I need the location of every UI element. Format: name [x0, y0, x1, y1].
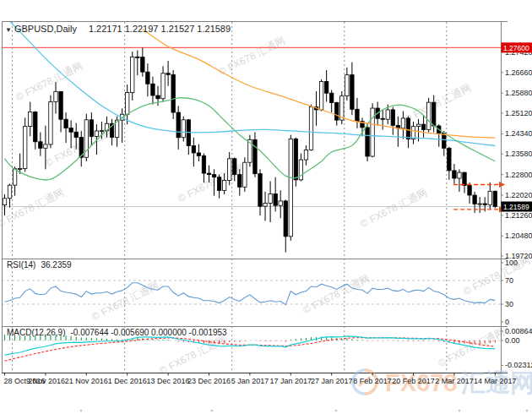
chart-canvas[interactable]: © FX678 汇通网© FX678 汇通网© FX678 汇通网© FX678… — [0, 0, 532, 414]
candle — [131, 57, 134, 92]
candle — [8, 185, 11, 199]
footer-dot — [211, 410, 214, 412]
trend-arrow-head — [499, 182, 505, 188]
candle — [3, 199, 6, 205]
candle — [233, 159, 236, 175]
candle — [212, 175, 215, 177]
candle — [483, 204, 486, 204]
candle — [335, 102, 339, 120]
candle — [478, 204, 481, 204]
watermark: © FX678 汇通网 — [14, 59, 84, 103]
price-axis-label: 1.21260 — [505, 211, 532, 220]
candle — [49, 102, 52, 144]
candle — [345, 75, 349, 96]
time-axis-label: 9 Nov 2016 — [26, 377, 65, 385]
candle — [391, 110, 394, 125]
macd-values: -0.007644 -0.005690 0.000000 -0.001953 — [70, 328, 226, 337]
candle — [176, 112, 180, 138]
symbol-timeframe-label[interactable]: GBPUSD,Daily — [14, 24, 77, 34]
candle — [381, 118, 384, 119]
candle — [493, 191, 497, 206]
candle — [54, 91, 57, 101]
candle — [156, 95, 160, 99]
candle — [34, 112, 37, 141]
rsi-line — [5, 283, 496, 305]
price-axis[interactable]: 1.274201.266601.258801.251201.243401.235… — [501, 42, 532, 369]
candle — [299, 160, 302, 180]
candle — [304, 150, 307, 160]
price-axis-label: 1.25880 — [505, 89, 532, 97]
price-axis-label: 1.25120 — [505, 109, 532, 117]
time-axis-label: 5 Jan 2017 — [231, 377, 269, 385]
candle — [432, 102, 436, 126]
candle — [289, 139, 292, 236]
candle — [207, 173, 210, 175]
watermark: © FX678 汇通网 — [301, 272, 372, 316]
candle — [284, 201, 287, 237]
candle — [13, 169, 16, 185]
footer-dot — [80, 410, 83, 412]
symbol-dropdown-icon[interactable]: ▼ — [5, 26, 12, 34]
candle — [426, 102, 430, 129]
candle — [141, 57, 144, 73]
candle — [453, 171, 456, 178]
time-axis-label: 20 Feb 2017 — [392, 377, 435, 385]
candle — [222, 180, 225, 190]
candle — [151, 84, 155, 95]
rsi-axis-label: 70 — [505, 276, 513, 285]
candle — [192, 145, 195, 152]
candle — [421, 124, 425, 129]
candle — [197, 153, 200, 155]
candle — [59, 91, 62, 119]
macd-name: MACD(12,26,9) — [7, 328, 65, 337]
candle — [319, 81, 323, 109]
time-axis-label: 8 Feb 2017 — [353, 377, 392, 385]
macd-axis-label: 0.00 — [505, 336, 520, 345]
candle — [95, 131, 98, 137]
month-separators — [13, 22, 447, 373]
candle — [468, 185, 471, 195]
resistance-price-tag: 1.27600 — [502, 42, 532, 52]
candle — [18, 168, 21, 169]
candle — [258, 174, 262, 206]
candle — [100, 131, 103, 132]
footer-dot — [335, 410, 338, 412]
candle — [39, 142, 42, 149]
price-axis-label: 1.22020 — [505, 191, 532, 199]
candle — [488, 191, 491, 204]
candle — [263, 203, 267, 206]
price-axis-label: 1.23580 — [505, 150, 532, 158]
rsi-axis-label: 100 — [505, 259, 518, 267]
candle — [146, 72, 149, 84]
watermark: © FX678 汇通网 — [216, 34, 287, 78]
candle — [406, 118, 410, 139]
watermark: © FX678 汇通网 — [461, 253, 532, 297]
resistance-tag-text: 1.27600 — [503, 44, 529, 52]
candle — [161, 74, 165, 99]
candle — [136, 57, 139, 57]
candle — [217, 177, 220, 191]
footer-dot — [459, 410, 461, 412]
rsi-axis-label: 30 — [505, 300, 513, 308]
macd-indicator-label: MACD(12,26,9)-0.007644 -0.005690 0.00000… — [7, 328, 227, 337]
price-axis-label: 1.22800 — [505, 171, 532, 179]
macd-signal-line — [5, 338, 496, 362]
time-axis-label: 23 Dec 2016 — [187, 377, 231, 385]
watermark: © FX678 汇通网 — [43, 125, 114, 169]
chart-title-bar: ▼GBPUSD,Daily1.22171 1.22197 1.21527 1.2… — [5, 24, 231, 34]
ohlc-values: 1.22171 1.22197 1.21527 1.21589 — [89, 24, 231, 34]
candle — [269, 193, 272, 203]
price-axis-label: 1.20480 — [505, 232, 532, 240]
candle — [294, 139, 297, 180]
time-axis-label: 17 Jan 2017 — [270, 377, 312, 385]
candle — [29, 112, 32, 126]
candle — [279, 201, 282, 205]
bid-tag-text: 1.21589 — [503, 203, 529, 211]
rsi-name: RSI(14) — [7, 260, 35, 270]
rsi-axis-label: 0 — [505, 318, 509, 326]
candle — [324, 81, 328, 93]
bid-price-tag: 1.21589 — [502, 202, 532, 212]
panel-frame — [2, 21, 508, 373]
candle — [166, 74, 170, 75]
macd-axis-label: 0.008641 — [505, 327, 532, 335]
